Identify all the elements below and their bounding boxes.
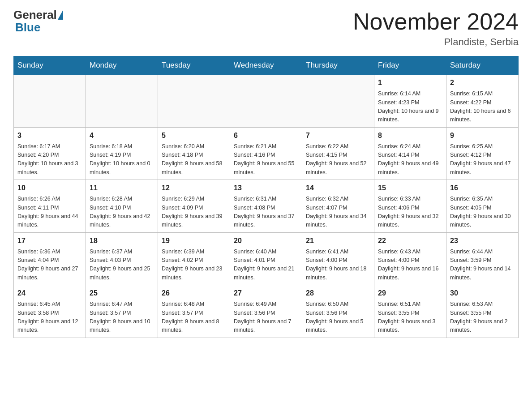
day-info: Sunrise: 6:50 AMSunset: 3:56 PMDaylight:… bbox=[306, 300, 370, 335]
day-number: 10 bbox=[17, 183, 82, 193]
month-title: November 2024 bbox=[353, 9, 519, 34]
day-info: Sunrise: 6:39 AMSunset: 4:02 PMDaylight:… bbox=[162, 248, 226, 283]
day-info: Sunrise: 6:47 AMSunset: 3:57 PMDaylight:… bbox=[90, 300, 154, 335]
logo-triangle-icon bbox=[58, 10, 63, 20]
day-info: Sunrise: 6:48 AMSunset: 3:57 PMDaylight:… bbox=[162, 300, 226, 335]
day-number: 25 bbox=[90, 288, 154, 299]
day-info: Sunrise: 6:40 AMSunset: 4:01 PMDaylight:… bbox=[234, 248, 298, 283]
header: General Blue November 2024 Plandiste, Se… bbox=[13, 9, 519, 48]
day-number: 2 bbox=[450, 77, 515, 88]
day-number: 16 bbox=[450, 183, 515, 193]
calendar-cell: 19Sunrise: 6:39 AMSunset: 4:02 PMDayligh… bbox=[158, 232, 230, 285]
calendar-day-header: Sunday bbox=[14, 56, 86, 75]
day-number: 14 bbox=[306, 183, 370, 193]
day-number: 4 bbox=[90, 130, 154, 141]
day-info: Sunrise: 6:36 AMSunset: 4:04 PMDaylight:… bbox=[17, 248, 82, 283]
calendar-cell: 2Sunrise: 6:15 AMSunset: 4:22 PMDaylight… bbox=[446, 75, 519, 128]
calendar-cell: 5Sunrise: 6:20 AMSunset: 4:18 PMDaylight… bbox=[158, 127, 230, 180]
day-number: 24 bbox=[17, 288, 82, 299]
day-info: Sunrise: 6:15 AMSunset: 4:22 PMDaylight:… bbox=[450, 90, 515, 124]
calendar-cell bbox=[158, 75, 230, 128]
calendar-cell: 22Sunrise: 6:43 AMSunset: 4:00 PMDayligh… bbox=[374, 232, 446, 285]
day-info: Sunrise: 6:14 AMSunset: 4:23 PMDaylight:… bbox=[378, 90, 442, 124]
calendar-cell bbox=[302, 75, 374, 128]
title-area: November 2024 Plandiste, Serbia bbox=[353, 9, 519, 48]
day-info: Sunrise: 6:35 AMSunset: 4:05 PMDaylight:… bbox=[450, 195, 515, 230]
day-number: 23 bbox=[450, 235, 515, 246]
day-number: 19 bbox=[162, 235, 226, 246]
calendar-day-header: Friday bbox=[374, 56, 446, 75]
day-number: 5 bbox=[162, 130, 226, 141]
calendar-day-header: Saturday bbox=[446, 56, 519, 75]
day-info: Sunrise: 6:37 AMSunset: 4:03 PMDaylight:… bbox=[90, 248, 154, 283]
calendar-cell: 30Sunrise: 6:53 AMSunset: 3:55 PMDayligh… bbox=[446, 285, 519, 338]
calendar-cell: 9Sunrise: 6:25 AMSunset: 4:12 PMDaylight… bbox=[446, 127, 519, 180]
calendar-cell bbox=[14, 75, 86, 128]
day-info: Sunrise: 6:31 AMSunset: 4:08 PMDaylight:… bbox=[234, 195, 298, 230]
calendar-day-header: Tuesday bbox=[158, 56, 230, 75]
calendar-cell: 29Sunrise: 6:51 AMSunset: 3:55 PMDayligh… bbox=[374, 285, 446, 338]
calendar-cell: 27Sunrise: 6:49 AMSunset: 3:56 PMDayligh… bbox=[230, 285, 302, 338]
calendar-week-row: 10Sunrise: 6:26 AMSunset: 4:11 PMDayligh… bbox=[14, 180, 519, 233]
day-info: Sunrise: 6:45 AMSunset: 3:58 PMDaylight:… bbox=[17, 300, 82, 335]
calendar-cell: 7Sunrise: 6:22 AMSunset: 4:15 PMDaylight… bbox=[302, 127, 374, 180]
day-number: 26 bbox=[162, 288, 226, 299]
calendar-week-row: 24Sunrise: 6:45 AMSunset: 3:58 PMDayligh… bbox=[14, 285, 519, 338]
day-info: Sunrise: 6:21 AMSunset: 4:16 PMDaylight:… bbox=[234, 142, 298, 177]
day-info: Sunrise: 6:22 AMSunset: 4:15 PMDaylight:… bbox=[306, 142, 370, 177]
day-number: 27 bbox=[234, 288, 298, 299]
calendar-cell: 28Sunrise: 6:50 AMSunset: 3:56 PMDayligh… bbox=[302, 285, 374, 338]
day-info: Sunrise: 6:29 AMSunset: 4:09 PMDaylight:… bbox=[162, 195, 226, 230]
calendar-cell: 21Sunrise: 6:41 AMSunset: 4:00 PMDayligh… bbox=[302, 232, 374, 285]
day-number: 8 bbox=[378, 130, 442, 141]
calendar-cell: 24Sunrise: 6:45 AMSunset: 3:58 PMDayligh… bbox=[14, 285, 86, 338]
calendar-cell: 13Sunrise: 6:31 AMSunset: 4:08 PMDayligh… bbox=[230, 180, 302, 233]
day-info: Sunrise: 6:18 AMSunset: 4:19 PMDaylight:… bbox=[90, 142, 154, 177]
calendar-day-header: Monday bbox=[86, 56, 158, 75]
calendar-cell: 10Sunrise: 6:26 AMSunset: 4:11 PMDayligh… bbox=[14, 180, 86, 233]
day-number: 15 bbox=[378, 183, 442, 193]
logo: General Blue bbox=[13, 9, 64, 34]
calendar-cell bbox=[86, 75, 158, 128]
calendar-cell: 15Sunrise: 6:33 AMSunset: 4:06 PMDayligh… bbox=[374, 180, 446, 233]
day-number: 6 bbox=[234, 130, 298, 141]
day-info: Sunrise: 6:25 AMSunset: 4:12 PMDaylight:… bbox=[450, 142, 515, 177]
calendar-cell: 6Sunrise: 6:21 AMSunset: 4:16 PMDaylight… bbox=[230, 127, 302, 180]
location-title: Plandiste, Serbia bbox=[353, 36, 519, 48]
calendar-cell: 14Sunrise: 6:32 AMSunset: 4:07 PMDayligh… bbox=[302, 180, 374, 233]
day-info: Sunrise: 6:32 AMSunset: 4:07 PMDaylight:… bbox=[306, 195, 370, 230]
calendar-cell: 16Sunrise: 6:35 AMSunset: 4:05 PMDayligh… bbox=[446, 180, 519, 233]
calendar-cell: 23Sunrise: 6:44 AMSunset: 3:59 PMDayligh… bbox=[446, 232, 519, 285]
calendar-cell: 1Sunrise: 6:14 AMSunset: 4:23 PMDaylight… bbox=[374, 75, 446, 128]
day-info: Sunrise: 6:53 AMSunset: 3:55 PMDaylight:… bbox=[450, 300, 515, 335]
day-number: 28 bbox=[306, 288, 370, 299]
day-number: 20 bbox=[234, 235, 298, 246]
calendar-cell: 8Sunrise: 6:24 AMSunset: 4:14 PMDaylight… bbox=[374, 127, 446, 180]
day-number: 21 bbox=[306, 235, 370, 246]
calendar-cell: 20Sunrise: 6:40 AMSunset: 4:01 PMDayligh… bbox=[230, 232, 302, 285]
day-info: Sunrise: 6:43 AMSunset: 4:00 PMDaylight:… bbox=[378, 248, 442, 283]
calendar-cell: 25Sunrise: 6:47 AMSunset: 3:57 PMDayligh… bbox=[86, 285, 158, 338]
day-info: Sunrise: 6:28 AMSunset: 4:10 PMDaylight:… bbox=[90, 195, 154, 230]
logo-general-text: General bbox=[13, 9, 57, 21]
day-info: Sunrise: 6:20 AMSunset: 4:18 PMDaylight:… bbox=[162, 142, 226, 177]
day-number: 13 bbox=[234, 183, 298, 193]
day-number: 9 bbox=[450, 130, 515, 141]
calendar-cell: 11Sunrise: 6:28 AMSunset: 4:10 PMDayligh… bbox=[86, 180, 158, 233]
day-number: 18 bbox=[90, 235, 154, 246]
logo-blue-text: Blue bbox=[15, 21, 40, 34]
day-number: 22 bbox=[378, 235, 442, 246]
day-number: 30 bbox=[450, 288, 515, 299]
calendar-week-row: 3Sunrise: 6:17 AMSunset: 4:20 PMDaylight… bbox=[14, 127, 519, 180]
calendar-cell: 26Sunrise: 6:48 AMSunset: 3:57 PMDayligh… bbox=[158, 285, 230, 338]
calendar-header-row: SundayMondayTuesdayWednesdayThursdayFrid… bbox=[14, 56, 519, 75]
calendar-cell: 17Sunrise: 6:36 AMSunset: 4:04 PMDayligh… bbox=[14, 232, 86, 285]
day-info: Sunrise: 6:49 AMSunset: 3:56 PMDaylight:… bbox=[234, 300, 298, 335]
day-info: Sunrise: 6:26 AMSunset: 4:11 PMDaylight:… bbox=[17, 195, 82, 230]
calendar-cell bbox=[230, 75, 302, 128]
calendar-table: SundayMondayTuesdayWednesdayThursdayFrid… bbox=[13, 56, 519, 338]
day-number: 1 bbox=[378, 77, 442, 88]
calendar-week-row: 1Sunrise: 6:14 AMSunset: 4:23 PMDaylight… bbox=[14, 75, 519, 128]
day-number: 12 bbox=[162, 183, 226, 193]
day-number: 3 bbox=[17, 130, 82, 141]
